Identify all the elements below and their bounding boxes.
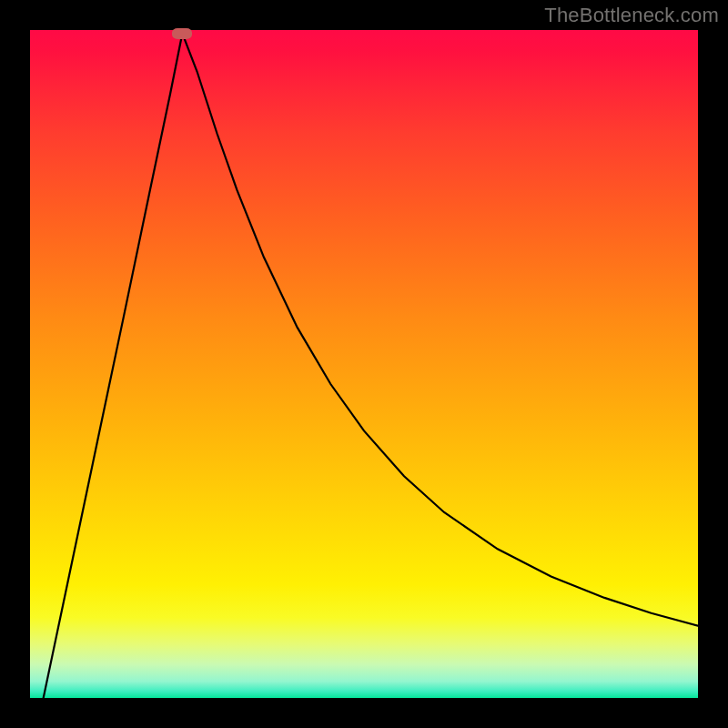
outer-frame: TheBottleneck.com — [0, 0, 728, 728]
curve-left-branch — [44, 34, 183, 698]
curve-right-branch — [182, 34, 698, 626]
watermark-text: TheBottleneck.com — [544, 4, 719, 27]
minimum-marker — [172, 28, 192, 39]
chart-curve-svg — [30, 30, 698, 698]
chart-plot-area — [30, 30, 698, 698]
